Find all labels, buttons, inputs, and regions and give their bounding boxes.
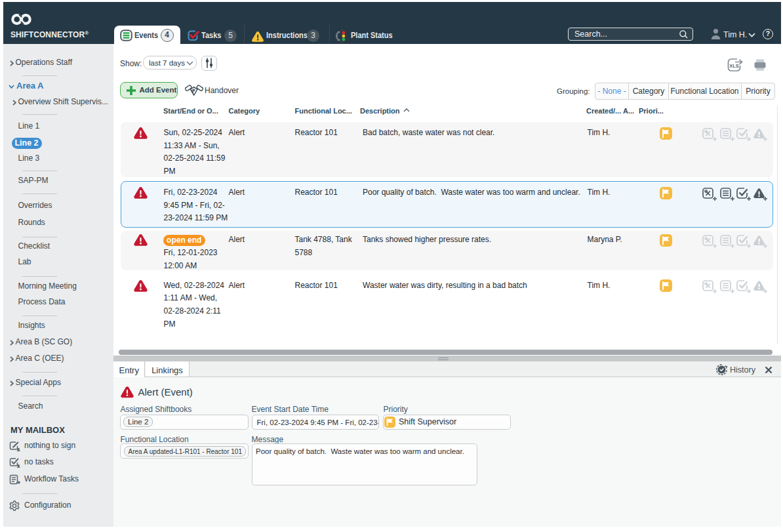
svg-text:XLS: XLS xyxy=(729,63,739,69)
